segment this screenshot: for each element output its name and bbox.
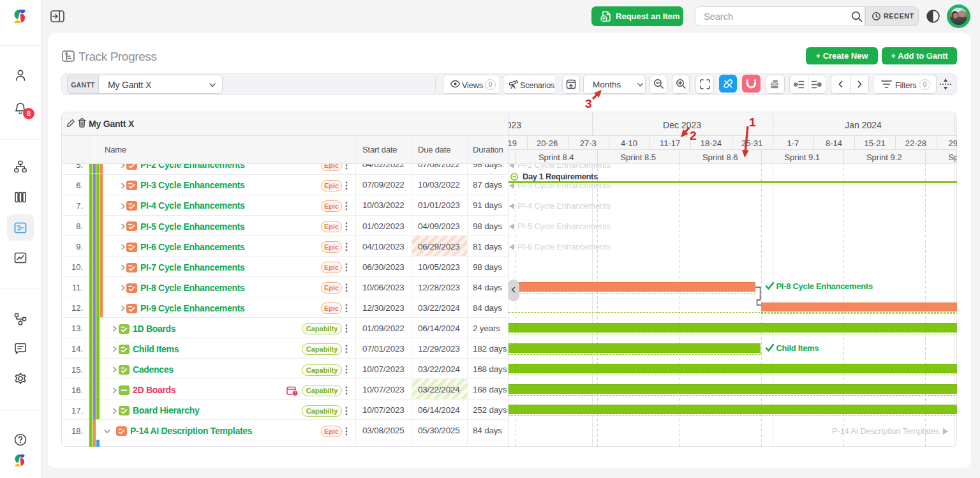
svg-text:!: ! — [294, 391, 295, 395]
